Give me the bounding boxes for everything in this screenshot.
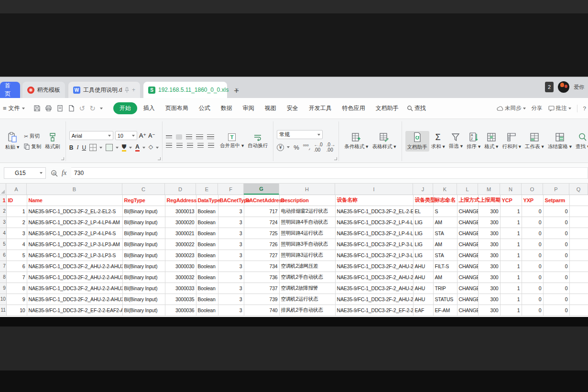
file-menu-button[interactable]: ≡ 文件 bbox=[0, 104, 29, 112]
column-header-F[interactable]: F bbox=[218, 184, 244, 195]
cell-K7[interactable]: FILT-S bbox=[433, 261, 457, 272]
cell-I8[interactable]: NAE35-9/FC-1_DDC3-2F-2_AHU-2-2-AH bbox=[335, 272, 413, 283]
column-header-A[interactable]: A bbox=[6, 184, 27, 195]
cell-H2[interactable]: 电动排烟窗2运行状态 bbox=[279, 206, 335, 217]
cell-H9[interactable]: 空调机2故障报警 bbox=[279, 283, 335, 294]
number-format-select[interactable]: 常规 bbox=[277, 130, 323, 139]
cell-D4[interactable]: 3000021 bbox=[165, 228, 196, 239]
cell-Q3[interactable] bbox=[569, 217, 588, 228]
cell-F5[interactable]: 3 bbox=[218, 239, 244, 250]
ribbon-tab-0[interactable]: 开始 bbox=[113, 102, 137, 114]
cell-O7[interactable]: 0 bbox=[522, 261, 543, 272]
cell-I9[interactable]: NAE35-9/FC-1_DDC3-2F-2_AHU-2-2-AH bbox=[335, 283, 413, 294]
cell-L8[interactable]: CHANGE bbox=[457, 272, 478, 283]
row-header-7[interactable]: 7 bbox=[0, 261, 6, 272]
format-button[interactable]: 格式 ▾ bbox=[482, 131, 500, 151]
cell-B6[interactable]: NAE35-9/FC-1_DDC3-2F-2_LP-3-LP3-S bbox=[27, 250, 122, 261]
row-header-4[interactable]: 4 bbox=[0, 228, 6, 239]
cell-M7[interactable]: 300 bbox=[478, 261, 500, 272]
cell-F8[interactable]: 3 bbox=[218, 272, 244, 283]
cell-N8[interactable]: 1 bbox=[500, 272, 522, 283]
row-header-10[interactable]: 10 bbox=[0, 294, 6, 305]
column-header-M[interactable]: M bbox=[478, 184, 500, 195]
cell-N2[interactable]: 1 bbox=[500, 206, 522, 217]
decrease-decimal-icon[interactable]: .0→.00 bbox=[327, 142, 335, 152]
ribbon-tab-9[interactable]: 特色应用 bbox=[338, 102, 370, 114]
font-size-select[interactable]: 10 bbox=[115, 131, 137, 140]
column-header-O[interactable]: O bbox=[522, 184, 543, 195]
cell-L9[interactable]: CHANGE bbox=[457, 283, 478, 294]
cell-C8[interactable]: BI(Binary Input) bbox=[122, 272, 165, 283]
cell-E7[interactable]: Boolean bbox=[196, 261, 218, 272]
column-header-J[interactable]: J bbox=[413, 184, 433, 195]
ribbon-tab-2[interactable]: 页面布局 bbox=[161, 102, 193, 114]
cell-C6[interactable]: BI(Binary Input) bbox=[122, 250, 165, 261]
borders-icon[interactable] bbox=[89, 144, 97, 151]
cell-Q9[interactable] bbox=[569, 283, 588, 294]
font-color-button[interactable]: A bbox=[135, 143, 140, 152]
cell-C10[interactable]: BI(Binary Input) bbox=[122, 294, 165, 305]
cell-B2[interactable]: NAE35-9/FC-1_DDC3-2F-2_EL-2-EL2-S bbox=[27, 206, 122, 217]
italic-button[interactable]: I bbox=[76, 144, 78, 151]
cell-N7[interactable]: 1 bbox=[500, 261, 522, 272]
cell-F1[interactable]: BACnetType bbox=[218, 195, 244, 206]
ribbon-tab-8[interactable]: 开发工具 bbox=[305, 102, 336, 114]
cell-L10[interactable]: CHANGE bbox=[457, 294, 478, 305]
ribbon-tab-1[interactable]: 插入 bbox=[139, 102, 159, 114]
cell-J9[interactable]: AHU bbox=[413, 283, 433, 294]
column-header-E[interactable]: E bbox=[196, 184, 218, 195]
cell-D11[interactable]: 3000036 bbox=[165, 305, 196, 316]
row-header-2[interactable]: 2 bbox=[0, 206, 6, 217]
freeze-panes-button[interactable]: 冻结窗格 ▾ bbox=[546, 131, 574, 151]
cell-F7[interactable]: 3 bbox=[218, 261, 244, 272]
cell-A4[interactable]: 3 bbox=[6, 228, 27, 239]
cell-N10[interactable]: 1 bbox=[500, 294, 522, 305]
decrease-indent-icon[interactable] bbox=[196, 134, 203, 140]
cell-P7[interactable]: 0 bbox=[543, 261, 569, 272]
wrap-text-button[interactable]: 自动换行 bbox=[246, 132, 270, 150]
cell-Q11[interactable] bbox=[569, 305, 588, 316]
align-bottom-icon[interactable] bbox=[186, 134, 192, 140]
user-name[interactable]: 爱你 bbox=[574, 84, 584, 91]
cell-A3[interactable]: 2 bbox=[6, 217, 27, 228]
cell-O1[interactable]: YXP bbox=[522, 195, 543, 206]
cell-D8[interactable]: 3000032 bbox=[165, 272, 196, 283]
cell-G10[interactable]: 739 bbox=[244, 294, 279, 305]
worksheet-button[interactable]: 工作表 ▾ bbox=[523, 131, 546, 151]
cell-F10[interactable]: 3 bbox=[218, 294, 244, 305]
justify-icon[interactable] bbox=[197, 143, 204, 148]
cell-Q2[interactable] bbox=[569, 206, 588, 217]
cell-I1[interactable]: 设备名称 bbox=[335, 195, 413, 206]
cell-N4[interactable]: 1 bbox=[500, 228, 522, 239]
cell-M10[interactable]: 300 bbox=[478, 294, 500, 305]
cell-I2[interactable]: NAE35-9/FC-1_DDC3-2F-2_EL-2-EL2 bbox=[335, 206, 413, 217]
distribute-icon[interactable] bbox=[208, 143, 214, 148]
column-header-C[interactable]: C bbox=[122, 184, 165, 195]
cell-O4[interactable]: 0 bbox=[522, 228, 543, 239]
pin-icon[interactable] bbox=[125, 87, 129, 93]
cell-Q1[interactable] bbox=[569, 195, 588, 206]
cell-O11[interactable]: 0 bbox=[522, 305, 543, 316]
cell-K3[interactable]: AM bbox=[433, 217, 457, 228]
share-button[interactable]: 分享 bbox=[532, 105, 543, 112]
cell-C1[interactable]: RegType bbox=[122, 195, 165, 206]
cell-N6[interactable]: 1 bbox=[500, 250, 522, 261]
column-header-K[interactable]: K bbox=[433, 184, 457, 195]
notification-badge[interactable]: 2 bbox=[545, 82, 554, 92]
cell-F3[interactable]: 3 bbox=[218, 217, 244, 228]
table-style-button[interactable]: 表格样式 ▾ bbox=[370, 131, 398, 151]
tab-docer-templates[interactable]: ❋ 稻壳模板 bbox=[22, 82, 65, 98]
cell-B11[interactable]: NAE35-9/FC-1_DDC3-2F-2_EF-2-2-EAF2-AM bbox=[27, 305, 122, 316]
cell-D9[interactable]: 3000033 bbox=[165, 283, 196, 294]
column-header-L[interactable]: L bbox=[457, 184, 478, 195]
print-preview-icon[interactable] bbox=[56, 105, 64, 112]
cell-P8[interactable]: 0 bbox=[543, 272, 569, 283]
row-header-1[interactable]: 1 bbox=[0, 195, 6, 206]
cell-I10[interactable]: NAE35-9/FC-1_DDC3-2F-2_AHU-2-2-AH bbox=[335, 294, 413, 305]
cell-C5[interactable]: BI(Binary Input) bbox=[122, 239, 165, 250]
cell-A9[interactable]: 8 bbox=[6, 283, 27, 294]
align-middle-icon[interactable] bbox=[176, 134, 182, 140]
find-button[interactable]: 查找 ▾ bbox=[574, 131, 588, 151]
cell-E2[interactable]: Boolean bbox=[196, 206, 218, 217]
new-tab-button[interactable]: + bbox=[234, 86, 239, 95]
